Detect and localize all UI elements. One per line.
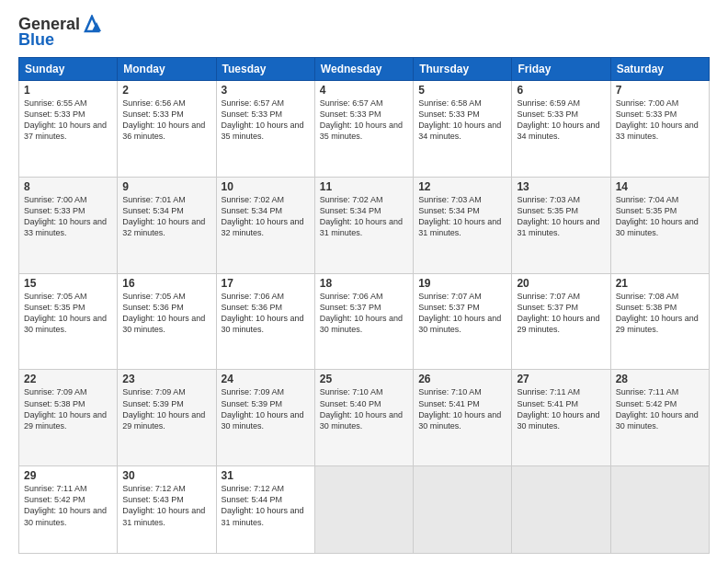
logo: General Blue [18, 15, 102, 50]
day-info: Sunrise: 7:09 AM Sunset: 5:38 PM Dayligh… [24, 386, 112, 431]
calendar-cell: 25 Sunrise: 7:10 AM Sunset: 5:40 PM Dayl… [314, 370, 413, 466]
day-info: Sunrise: 7:01 AM Sunset: 5:34 PM Dayligh… [122, 194, 210, 239]
calendar-week-1: 1 Sunrise: 6:55 AM Sunset: 5:33 PM Dayli… [19, 81, 710, 178]
day-number: 7 [616, 84, 704, 97]
calendar-cell: 17 Sunrise: 7:06 AM Sunset: 5:36 PM Dayl… [216, 273, 314, 370]
day-info: Sunrise: 7:02 AM Sunset: 5:34 PM Dayligh… [222, 194, 310, 239]
calendar-header-monday: Monday [118, 58, 216, 81]
calendar-header-sunday: Sunday [19, 58, 118, 81]
day-number: 25 [320, 373, 408, 385]
calendar-cell: 16 Sunrise: 7:05 AM Sunset: 5:36 PM Dayl… [118, 273, 216, 370]
day-info: Sunrise: 7:02 AM Sunset: 5:34 PM Dayligh… [320, 194, 408, 239]
calendar-cell: 31 Sunrise: 7:12 AM Sunset: 5:44 PM Dayl… [216, 466, 314, 554]
calendar-week-4: 22 Sunrise: 7:09 AM Sunset: 5:38 PM Dayl… [19, 370, 710, 466]
calendar-cell: 6 Sunrise: 6:59 AM Sunset: 5:33 PM Dayli… [512, 81, 610, 178]
day-info: Sunrise: 7:10 AM Sunset: 5:41 PM Dayligh… [418, 386, 506, 431]
day-info: Sunrise: 7:04 AM Sunset: 5:35 PM Dayligh… [616, 194, 704, 239]
day-number: 9 [122, 180, 210, 193]
day-number: 22 [24, 373, 112, 385]
calendar-header-friday: Friday [512, 58, 610, 81]
day-number: 23 [122, 373, 210, 385]
day-info: Sunrise: 6:55 AM Sunset: 5:33 PM Dayligh… [24, 98, 112, 143]
calendar-cell: 24 Sunrise: 7:09 AM Sunset: 5:39 PM Dayl… [216, 370, 314, 466]
calendar-cell: 18 Sunrise: 7:06 AM Sunset: 5:37 PM Dayl… [314, 273, 413, 370]
calendar-cell: 29 Sunrise: 7:11 AM Sunset: 5:42 PM Dayl… [19, 466, 118, 554]
day-info: Sunrise: 6:59 AM Sunset: 5:33 PM Dayligh… [517, 98, 605, 143]
calendar-cell: 30 Sunrise: 7:12 AM Sunset: 5:43 PM Dayl… [118, 466, 216, 554]
calendar-cell: 13 Sunrise: 7:03 AM Sunset: 5:35 PM Dayl… [512, 177, 610, 273]
day-info: Sunrise: 7:07 AM Sunset: 5:37 PM Dayligh… [517, 291, 605, 336]
day-info: Sunrise: 7:03 AM Sunset: 5:35 PM Dayligh… [517, 194, 605, 239]
calendar-cell: 7 Sunrise: 7:00 AM Sunset: 5:33 PM Dayli… [610, 81, 709, 178]
day-number: 10 [222, 180, 310, 193]
day-info: Sunrise: 6:57 AM Sunset: 5:33 PM Dayligh… [320, 98, 408, 143]
day-info: Sunrise: 7:05 AM Sunset: 5:35 PM Dayligh… [24, 291, 112, 336]
calendar-cell [512, 466, 610, 554]
day-number: 27 [517, 373, 605, 385]
day-number: 5 [418, 84, 506, 97]
calendar-cell: 28 Sunrise: 7:11 AM Sunset: 5:42 PM Dayl… [610, 370, 709, 466]
calendar-header-saturday: Saturday [610, 58, 709, 81]
day-number: 12 [418, 180, 506, 193]
calendar-header-tuesday: Tuesday [216, 58, 314, 81]
day-number: 30 [122, 469, 210, 482]
day-number: 1 [24, 84, 112, 97]
day-info: Sunrise: 6:56 AM Sunset: 5:33 PM Dayligh… [122, 98, 210, 143]
calendar-cell: 2 Sunrise: 6:56 AM Sunset: 5:33 PM Dayli… [118, 81, 216, 178]
day-number: 26 [418, 373, 506, 385]
calendar-cell [610, 466, 709, 554]
calendar-week-3: 15 Sunrise: 7:05 AM Sunset: 5:35 PM Dayl… [19, 273, 710, 370]
calendar-cell [414, 466, 512, 554]
calendar-cell: 21 Sunrise: 7:08 AM Sunset: 5:38 PM Dayl… [610, 273, 709, 370]
svg-marker-1 [92, 22, 101, 31]
calendar-cell: 10 Sunrise: 7:02 AM Sunset: 5:34 PM Dayl… [216, 177, 314, 273]
logo-icon [82, 15, 102, 33]
day-number: 14 [616, 180, 704, 193]
calendar-cell: 8 Sunrise: 7:00 AM Sunset: 5:33 PM Dayli… [19, 177, 118, 273]
calendar-cell: 26 Sunrise: 7:10 AM Sunset: 5:41 PM Dayl… [414, 370, 512, 466]
calendar-cell: 15 Sunrise: 7:05 AM Sunset: 5:35 PM Dayl… [19, 273, 118, 370]
day-info: Sunrise: 6:57 AM Sunset: 5:33 PM Dayligh… [222, 98, 310, 143]
day-info: Sunrise: 7:00 AM Sunset: 5:33 PM Dayligh… [616, 98, 704, 143]
day-number: 4 [320, 84, 408, 97]
day-info: Sunrise: 7:11 AM Sunset: 5:42 PM Dayligh… [616, 386, 704, 431]
day-info: Sunrise: 7:08 AM Sunset: 5:38 PM Dayligh… [616, 291, 704, 336]
calendar-cell: 20 Sunrise: 7:07 AM Sunset: 5:37 PM Dayl… [512, 273, 610, 370]
day-number: 31 [222, 469, 310, 482]
day-info: Sunrise: 7:06 AM Sunset: 5:36 PM Dayligh… [222, 291, 310, 336]
day-number: 6 [517, 84, 605, 97]
day-info: Sunrise: 6:58 AM Sunset: 5:33 PM Dayligh… [418, 98, 506, 143]
calendar-cell: 12 Sunrise: 7:03 AM Sunset: 5:34 PM Dayl… [414, 177, 512, 273]
day-number: 18 [320, 277, 408, 290]
day-info: Sunrise: 7:09 AM Sunset: 5:39 PM Dayligh… [122, 386, 210, 431]
day-number: 24 [222, 373, 310, 385]
day-number: 17 [222, 277, 310, 290]
day-info: Sunrise: 7:12 AM Sunset: 5:44 PM Dayligh… [222, 483, 310, 528]
day-number: 20 [517, 277, 605, 290]
calendar-cell [314, 466, 413, 554]
calendar-week-5: 29 Sunrise: 7:11 AM Sunset: 5:42 PM Dayl… [19, 466, 710, 554]
day-number: 19 [418, 277, 506, 290]
day-info: Sunrise: 7:11 AM Sunset: 5:41 PM Dayligh… [517, 386, 605, 431]
calendar-week-2: 8 Sunrise: 7:00 AM Sunset: 5:33 PM Dayli… [19, 177, 710, 273]
calendar-header-row: SundayMondayTuesdayWednesdayThursdayFrid… [19, 58, 710, 81]
calendar-cell: 19 Sunrise: 7:07 AM Sunset: 5:37 PM Dayl… [414, 273, 512, 370]
page: General Blue SundayMondayTuesdayWednesda… [0, 0, 728, 563]
day-info: Sunrise: 7:06 AM Sunset: 5:37 PM Dayligh… [320, 291, 408, 336]
day-number: 15 [24, 277, 112, 290]
calendar-cell: 22 Sunrise: 7:09 AM Sunset: 5:38 PM Dayl… [19, 370, 118, 466]
header: General Blue [18, 15, 710, 50]
calendar-cell: 5 Sunrise: 6:58 AM Sunset: 5:33 PM Dayli… [414, 81, 512, 178]
logo-blue-text: Blue [18, 30, 54, 50]
calendar-cell: 9 Sunrise: 7:01 AM Sunset: 5:34 PM Dayli… [118, 177, 216, 273]
day-info: Sunrise: 7:11 AM Sunset: 5:42 PM Dayligh… [24, 483, 112, 528]
day-number: 21 [616, 277, 704, 290]
calendar-table: SundayMondayTuesdayWednesdayThursdayFrid… [18, 57, 710, 554]
calendar-cell: 4 Sunrise: 6:57 AM Sunset: 5:33 PM Dayli… [314, 81, 413, 178]
day-number: 8 [24, 180, 112, 193]
day-number: 3 [222, 84, 310, 97]
calendar-header-wednesday: Wednesday [314, 58, 413, 81]
calendar-cell: 27 Sunrise: 7:11 AM Sunset: 5:41 PM Dayl… [512, 370, 610, 466]
calendar-header-thursday: Thursday [414, 58, 512, 81]
calendar-cell: 3 Sunrise: 6:57 AM Sunset: 5:33 PM Dayli… [216, 81, 314, 178]
